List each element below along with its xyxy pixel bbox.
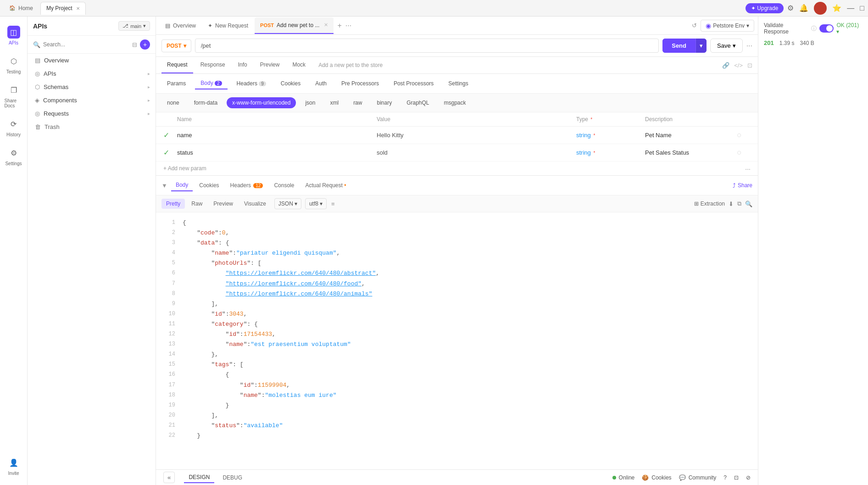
settings-bottom-button[interactable]: ⊘: [746, 474, 751, 481]
resp-tab-headers[interactable]: Headers 12: [226, 180, 268, 191]
fmt-none[interactable]: none: [161, 97, 185, 108]
body-tab-params[interactable]: Params: [161, 78, 191, 89]
body-tab-auth[interactable]: Auth: [310, 78, 332, 89]
add-button[interactable]: +: [140, 39, 150, 50]
body-tab-cookies[interactable]: Cookies: [275, 78, 306, 89]
req-tab-response[interactable]: Response: [195, 57, 231, 73]
tab-new-request[interactable]: ✦ New Request: [202, 17, 254, 34]
code-icon[interactable]: </>: [734, 62, 743, 69]
bookmark-icon[interactable]: ⭐: [832, 4, 841, 12]
gear-icon[interactable]: ⚙: [787, 4, 794, 12]
fmt-raw[interactable]: Raw: [187, 199, 207, 209]
fmt-visualize[interactable]: Visualize: [239, 199, 271, 209]
save-button[interactable]: Save ▾: [710, 39, 743, 53]
method-selector[interactable]: POST ▾: [161, 39, 191, 52]
close-tab-icon[interactable]: ✕: [324, 22, 328, 28]
validate-toggle[interactable]: [819, 24, 834, 33]
body-tab-settings[interactable]: Settings: [443, 78, 473, 89]
fmt-preview[interactable]: Preview: [209, 199, 238, 209]
req-tab-request[interactable]: Request: [161, 57, 193, 73]
url-input[interactable]: [195, 39, 659, 53]
sidebar-item-apis[interactable]: ◫ APIs: [3, 22, 25, 49]
home-tab[interactable]: 🏠 Home: [4, 2, 39, 15]
fmt-msgpack[interactable]: msgpack: [439, 97, 472, 108]
tab-post[interactable]: POST Add new pet to ... ✕: [255, 17, 334, 34]
sidebar-item-invite[interactable]: 👤 Invite: [3, 452, 25, 479]
tree-item-overview[interactable]: ▤ Overview: [28, 54, 156, 67]
fmt-x-www[interactable]: x-www-form-urlencoded: [227, 97, 296, 108]
sidebar-item-testing[interactable]: ⬡ Testing: [3, 51, 25, 78]
tab-overview[interactable]: ▤ Overview: [160, 17, 201, 34]
resp-tab-actual-request[interactable]: Actual Request •: [300, 180, 351, 191]
project-tab[interactable]: My Project ✕: [40, 2, 86, 15]
link-icon[interactable]: 🔗: [722, 62, 729, 69]
resp-tab-console[interactable]: Console: [269, 180, 299, 191]
row1-check[interactable]: ✓: [163, 131, 177, 139]
sidebar-item-history[interactable]: ⟳ History: [3, 114, 25, 141]
send-dropdown-button[interactable]: ▾: [696, 39, 707, 53]
filter-icon[interactable]: ⊟: [132, 41, 137, 48]
row2-check[interactable]: ✓: [163, 148, 177, 157]
fmt-graphql[interactable]: GraphQL: [401, 97, 434, 108]
req-tab-mock[interactable]: Mock: [287, 57, 311, 73]
fmt-pretty[interactable]: Pretty: [161, 199, 185, 209]
row1-value[interactable]: Hello Kitty: [377, 132, 576, 139]
community-button[interactable]: 💬 Community: [679, 474, 717, 481]
wrap-icon[interactable]: ≡: [328, 199, 338, 209]
tree-item-trash[interactable]: 🗑 Trash: [28, 120, 156, 134]
notifications-button[interactable]: ⊡: [734, 474, 739, 481]
row2-action[interactable]: ○: [737, 148, 751, 157]
env-selector[interactable]: ◉ Petstore Env ▾: [701, 20, 754, 32]
split-icon[interactable]: ⊡: [747, 62, 752, 69]
body-tab-body[interactable]: Body 2: [195, 78, 227, 89]
body-tab-post-processors[interactable]: Post Processors: [388, 78, 439, 89]
download-icon[interactable]: ⬇: [729, 201, 734, 207]
fmt-xml[interactable]: xml: [324, 97, 344, 108]
collapse-button[interactable]: ▼: [161, 182, 167, 189]
cookies-button[interactable]: 🍪 Cookies: [642, 474, 671, 481]
body-tab-pre-processors[interactable]: Pre Processors: [336, 78, 384, 89]
share-button[interactable]: ⤴ Share: [733, 182, 752, 189]
add-tab-button[interactable]: +: [334, 22, 344, 30]
maximize-icon[interactable]: □: [860, 4, 864, 12]
req-tab-info[interactable]: Info: [233, 57, 253, 73]
upgrade-button[interactable]: ✦ Upgrade: [746, 3, 784, 13]
search-response-icon[interactable]: 🔍: [745, 201, 752, 207]
tree-item-apis[interactable]: ◎ APIs ▸: [28, 67, 156, 80]
row1-name[interactable]: name: [177, 132, 377, 139]
resp-tab-cookies[interactable]: Cookies: [195, 180, 223, 191]
encoding-selector[interactable]: utf8 ▾: [305, 198, 327, 209]
row2-name[interactable]: status: [177, 149, 377, 156]
sidebar-item-settings[interactable]: ⚙ Settings: [3, 143, 25, 170]
avatar[interactable]: [814, 2, 827, 15]
extraction-button[interactable]: ⊞ Extraction: [694, 201, 725, 207]
send-button[interactable]: Send: [662, 39, 696, 53]
search-input[interactable]: [43, 41, 129, 48]
tree-item-requests[interactable]: ◎ Requests ▸: [28, 107, 156, 120]
debug-tab[interactable]: DEBUG: [218, 473, 247, 483]
tab-more-button[interactable]: ···: [345, 22, 351, 30]
close-project-icon[interactable]: ✕: [76, 6, 80, 11]
minimize-icon[interactable]: —: [847, 4, 854, 12]
row2-description[interactable]: Pet Sales Status: [645, 149, 737, 156]
resp-tab-body[interactable]: Body: [171, 179, 193, 191]
fmt-raw[interactable]: raw: [348, 97, 367, 108]
more-options-button[interactable]: ···: [746, 42, 752, 50]
row1-action[interactable]: ○: [737, 130, 751, 140]
sidebar-item-sharedocs[interactable]: ❐ Share Docs: [3, 80, 25, 112]
refresh-icon[interactable]: ↺: [692, 22, 697, 29]
json-format-selector[interactable]: JSON ▾: [274, 198, 301, 209]
fmt-binary[interactable]: binary: [371, 97, 397, 108]
add-row-button[interactable]: + Add new param ···: [156, 162, 758, 175]
fmt-json[interactable]: json: [300, 97, 321, 108]
help-button[interactable]: ?: [723, 474, 727, 481]
copy-icon[interactable]: ⧉: [737, 200, 741, 207]
online-status[interactable]: Online: [612, 474, 635, 481]
collapse-left-button[interactable]: «: [163, 472, 175, 483]
branch-selector[interactable]: ⎇ main ▾: [118, 21, 150, 31]
bell-icon[interactable]: 🔔: [799, 4, 808, 12]
tree-item-components[interactable]: ◈ Components ▸: [28, 94, 156, 107]
body-tab-headers[interactable]: Headers 9: [231, 78, 272, 89]
row1-description[interactable]: Pet Name: [645, 132, 737, 139]
req-tab-preview[interactable]: Preview: [255, 57, 285, 73]
